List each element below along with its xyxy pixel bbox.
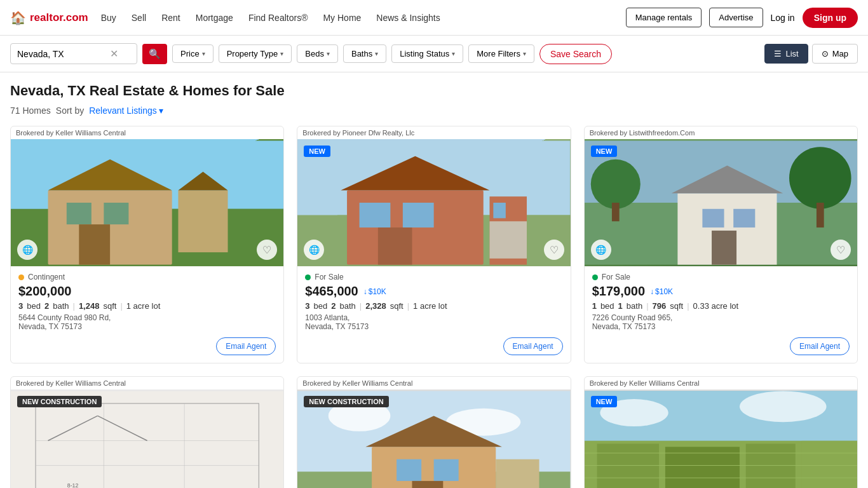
save-search-button[interactable]: Save Search: [539, 44, 612, 64]
logo-text: realtor.com: [30, 11, 88, 24]
beds-filter-button[interactable]: Beds ▾: [297, 44, 338, 63]
map-icon: ⊙: [822, 49, 829, 58]
sort-dropdown[interactable]: Relevant Listings ▾: [89, 105, 163, 116]
map-view-label: Map: [832, 49, 848, 58]
status-dot: [592, 274, 598, 280]
property-type-filter-button[interactable]: Property Type ▾: [219, 44, 292, 63]
status-row: Contingent: [18, 273, 276, 281]
favorite-button[interactable]: ♡: [544, 240, 564, 260]
price-drop-arrow-icon: ↓: [363, 287, 367, 296]
listing-image-wrap: NEW 🌐 ♡: [585, 139, 857, 266]
signup-button[interactable]: Sign up: [803, 8, 858, 28]
svg-rect-27: [702, 209, 724, 227]
nav-buy[interactable]: Buy: [101, 13, 116, 23]
sqft-value: 796: [653, 301, 667, 311]
nav-rent[interactable]: Rent: [161, 13, 180, 23]
svg-rect-13: [360, 203, 391, 227]
more-filters-chevron-icon: ▾: [523, 50, 526, 57]
listing-image-wrap: NEW 🌐 ♡: [585, 390, 857, 488]
broker-label: Brokered by Keller Williams Central: [585, 377, 857, 390]
broker-label: Brokered by Pioneer Dfw Realty, Llc: [297, 126, 570, 139]
beds-count: 1: [592, 301, 597, 311]
price-row: $200,000: [18, 284, 276, 299]
search-input[interactable]: [17, 49, 106, 59]
nav-news[interactable]: News & Insights: [376, 13, 440, 23]
svg-rect-55: [745, 444, 795, 488]
manage-rentals-button[interactable]: Manage rentals: [626, 8, 702, 27]
email-agent-button[interactable]: Email Agent: [503, 337, 563, 355]
svg-rect-4: [67, 203, 92, 224]
baths-filter-button[interactable]: Baths ▾: [343, 44, 386, 63]
advertise-button[interactable]: Advertise: [709, 8, 763, 27]
svg-rect-24: [817, 203, 824, 227]
email-agent-button[interactable]: Email Agent: [216, 337, 276, 355]
list-icon: ☰: [774, 49, 782, 58]
listing-status-filter-label: Listing Status: [400, 49, 449, 58]
logo[interactable]: 🏠 realtor.com: [10, 10, 88, 25]
broker-label: Brokered by Keller Williams Central: [11, 377, 283, 390]
nav-mortgage[interactable]: Mortgage: [196, 13, 233, 23]
homes-count: 71 Homes: [10, 105, 51, 116]
svg-rect-56: [801, 440, 857, 488]
login-button[interactable]: Log in: [771, 13, 795, 23]
nav-my-home[interactable]: My Home: [323, 13, 361, 23]
virtual-tour-button[interactable]: 🌐: [17, 240, 37, 260]
map-view-button[interactable]: ⊙ Map: [812, 44, 858, 64]
price-drop-arrow-icon: ↓: [650, 287, 654, 296]
sqft-value: 1,248: [79, 301, 100, 311]
listing-specs: 1 bed 1 bath | 796 sqft | 0.33 acre lot: [592, 301, 850, 311]
listing-image: [11, 139, 283, 266]
listing-image: [297, 139, 570, 266]
listing-status-filter-button[interactable]: Listing Status ▾: [391, 44, 463, 63]
baths-count: 1: [618, 301, 623, 311]
listing-status: Contingent: [28, 273, 65, 281]
price-row: $465,000 ↓ $10K: [305, 284, 562, 299]
new-badge: NEW: [591, 146, 618, 157]
email-agent-button[interactable]: Email Agent: [790, 337, 850, 355]
baths-count: 2: [44, 301, 49, 311]
more-filters-button[interactable]: More Filters ▾: [468, 44, 534, 63]
svg-rect-18: [490, 221, 527, 259]
nav-links: Buy Sell Rent Mortgage Find Realtors® My…: [101, 13, 613, 23]
clear-search-button[interactable]: ✕: [110, 48, 118, 60]
listing-image: [585, 390, 857, 488]
listing-status: For Sale: [602, 273, 630, 281]
listing-price: $179,000: [592, 284, 645, 299]
price-drop: ↓ $10K: [650, 287, 673, 296]
new-badge: NEW: [591, 396, 618, 407]
nav-sell[interactable]: Sell: [132, 13, 146, 23]
price-filter-button[interactable]: Price ▾: [172, 44, 214, 63]
list-view-button[interactable]: ☰ List: [764, 44, 808, 64]
card-actions: Email Agent: [305, 337, 562, 355]
status-row: For Sale: [305, 273, 562, 281]
listing-card: Brokered by Keller Williams Central: [10, 376, 284, 488]
sqft-value: 2,328: [365, 301, 386, 311]
lot-size: 0.33 acre lot: [693, 301, 739, 311]
listing-card: Brokered by Keller Williams Central: [584, 376, 858, 488]
property-type-chevron-icon: ▾: [280, 50, 283, 57]
card-body: For Sale $179,000 ↓ $10K 1 bed 1 bath | …: [585, 266, 857, 363]
listing-image-wrap: 🌐 ♡: [11, 139, 283, 266]
page-title: Nevada, TX Real Estate & Homes for Sale: [10, 83, 858, 99]
main-nav: 🏠 realtor.com Buy Sell Rent Mortgage Fin…: [0, 0, 868, 36]
price-chevron-icon: ▾: [202, 50, 205, 57]
virtual-tour-button[interactable]: 🌐: [591, 240, 611, 260]
more-filters-label: More Filters: [477, 49, 520, 58]
listing-price: $465,000: [305, 284, 358, 299]
new-badge: NEW: [304, 146, 330, 157]
listing-card: Brokered by Keller Williams Central: [297, 376, 571, 488]
nav-find-realtors[interactable]: Find Realtors®: [248, 13, 308, 23]
listing-image-wrap: NEW 🌐 ♡: [297, 139, 570, 266]
listings-grid: Brokered by Keller Williams Central: [10, 126, 858, 488]
search-submit-button[interactable]: 🔍: [142, 44, 167, 64]
beds-filter-label: Beds: [305, 49, 324, 58]
list-view-label: List: [785, 49, 798, 58]
card-body: Contingent $200,000 3 bed 2 bath | 1,248…: [11, 266, 283, 363]
beds-chevron-icon: ▾: [327, 50, 330, 57]
logo-icon: 🏠: [10, 10, 26, 25]
lot-size: 1 acre lot: [126, 301, 160, 311]
svg-rect-29: [712, 231, 736, 265]
listing-address: 7226 County Road 965,Nevada, TX 75173: [592, 313, 850, 331]
broker-label: Brokered by Listwithfreedom.Com: [585, 126, 857, 139]
favorite-button[interactable]: ♡: [831, 240, 851, 260]
